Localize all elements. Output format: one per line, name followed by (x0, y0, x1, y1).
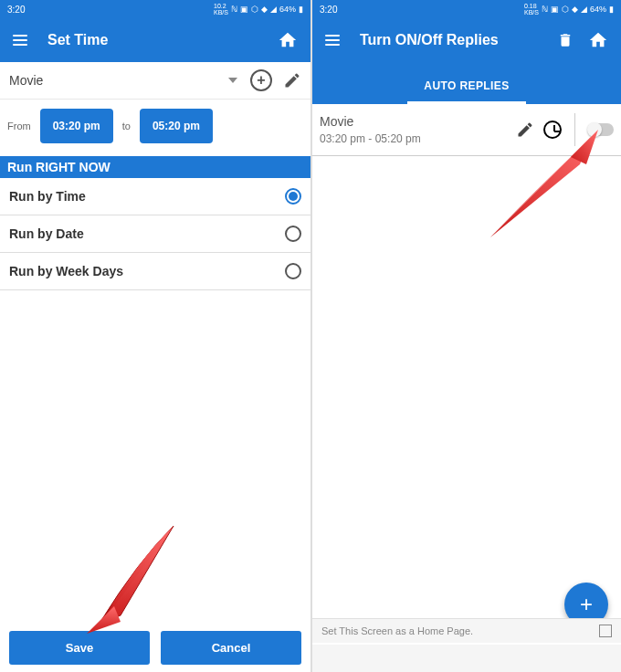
signal-icon: ◢ (270, 5, 277, 14)
cancel-button[interactable]: Cancel (161, 631, 301, 665)
app-title: Set Time (47, 32, 278, 48)
divider (574, 113, 575, 146)
home-icon[interactable] (278, 30, 298, 50)
option-label: Run by Time (9, 189, 86, 204)
nfc-icon: ℕ (231, 5, 237, 14)
run-now-banner[interactable]: Run RIGHT NOW (0, 156, 310, 178)
reply-list-item[interactable]: Movie 03:20 pm - 05:20 pm (312, 104, 621, 156)
radio-icon (285, 263, 301, 279)
android-icon: ⬡ (562, 5, 569, 14)
action-buttons: Save Cancel (0, 631, 310, 665)
android-icon: ⬡ (251, 5, 258, 14)
signal-icon: ◢ (581, 5, 587, 14)
card-icon: ▣ (240, 5, 248, 14)
screen-replies: 3:20 0.18KB/S ℕ ▣ ⬡ ◆ ◢ 64% ▮ Turn ON/Of… (310, 0, 621, 672)
app-title: Turn ON/Off Replies (360, 32, 557, 48)
status-time: 3:20 (7, 5, 25, 15)
option-run-by-date[interactable]: Run by Date (0, 215, 310, 253)
status-icons: 10.2KB/S ℕ ▣ ⬡ ◆ ◢ 64% ▮ (214, 3, 303, 16)
status-icons: 0.18KB/S ℕ ▣ ⬡ ◆ ◢ 64% ▮ (524, 3, 614, 16)
radio-icon (285, 188, 301, 205)
tab-auto-replies[interactable]: AUTO REPLIES (407, 68, 525, 104)
from-time-button[interactable]: 03:20 pm (40, 109, 113, 143)
home-icon[interactable] (588, 30, 608, 50)
option-run-by-weekdays[interactable]: Run by Week Days (0, 253, 310, 290)
toggle-switch[interactable] (588, 123, 614, 136)
wifi-icon: ◆ (261, 5, 268, 14)
edit-icon[interactable] (516, 121, 534, 139)
app-bar: Set Time (0, 18, 310, 62)
option-label: Run by Date (9, 226, 84, 241)
home-page-row: Set This Screen as a Home Page. (312, 618, 621, 643)
menu-icon[interactable] (13, 35, 27, 46)
card-icon: ▣ (551, 5, 559, 14)
save-button[interactable]: Save (9, 631, 150, 665)
home-checkbox[interactable] (599, 625, 612, 637)
category-dropdown[interactable]: Movie (9, 69, 237, 91)
menu-icon[interactable] (325, 35, 340, 46)
edit-icon[interactable] (283, 71, 301, 89)
option-run-by-time[interactable]: Run by Time (0, 178, 310, 215)
radio-icon (285, 226, 301, 242)
to-label: to (122, 121, 131, 131)
from-label: From (7, 121, 31, 131)
battery-text: 64% (590, 5, 606, 14)
battery-icon: ▮ (299, 5, 303, 14)
clock-icon[interactable] (543, 121, 562, 139)
battery-text: 64% (279, 5, 296, 14)
chevron-down-icon (228, 78, 237, 83)
wifi-icon: ◆ (572, 5, 578, 14)
app-bar: Turn ON/Off Replies (312, 18, 621, 62)
reply-title: Movie (320, 114, 516, 129)
category-row: Movie + (0, 62, 310, 100)
home-label: Set This Screen as a Home Page. (321, 625, 473, 636)
annotation-arrow (82, 517, 192, 635)
tabs-bar: AUTO REPLIES (312, 62, 621, 104)
battery-icon: ▮ (609, 5, 614, 14)
bottom-strip (312, 645, 621, 672)
option-label: Run by Week Days (9, 264, 123, 278)
trash-icon[interactable] (557, 31, 574, 49)
screen-set-time: 3:20 10.2KB/S ℕ ▣ ⬡ ◆ ◢ 64% ▮ Set Time M… (0, 0, 310, 672)
nfc-icon: ℕ (542, 5, 548, 14)
dropdown-value: Movie (9, 73, 43, 88)
status-bar: 3:20 0.18KB/S ℕ ▣ ⬡ ◆ ◢ 64% ▮ (312, 0, 621, 18)
status-bar: 3:20 10.2KB/S ℕ ▣ ⬡ ◆ ◢ 64% ▮ (0, 0, 310, 18)
reply-time: 03:20 pm - 05:20 pm (320, 132, 516, 145)
to-time-button[interactable]: 05:20 pm (140, 109, 213, 143)
status-time: 3:20 (320, 5, 337, 15)
time-range-row: From 03:20 pm to 05:20 pm (0, 100, 310, 156)
add-icon[interactable]: + (250, 69, 272, 91)
